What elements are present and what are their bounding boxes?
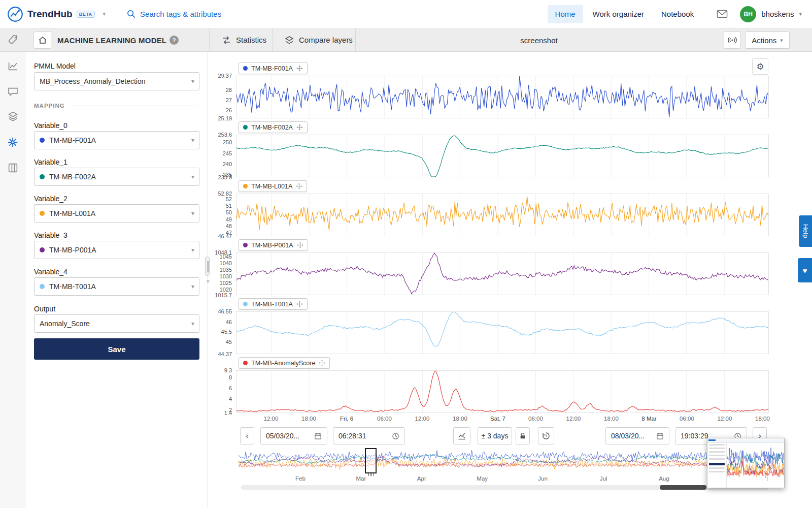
- view-toolbar: MACHINE LEARNING MODEL ? Statistics Comp…: [0, 28, 812, 52]
- tag-chip[interactable]: TM-MB-AnomalyScore: [239, 357, 330, 369]
- tag-chip[interactable]: TM-MB-T001A: [239, 298, 308, 310]
- nav-work-organizer[interactable]: Work organizer: [585, 5, 652, 23]
- history-button[interactable]: [538, 427, 554, 444]
- user-menu-caret-icon[interactable]: ▾: [799, 11, 802, 17]
- series-color-dot: [243, 184, 248, 188]
- nav-notebook[interactable]: Notebook: [654, 5, 701, 23]
- variable-4-select[interactable]: TM-MB-T001A ▾: [34, 277, 199, 296]
- move-icon[interactable]: [296, 65, 303, 72]
- chevron-down-icon: ▾: [780, 37, 783, 44]
- pmml-model-select[interactable]: MB_Process_Anomaly_Detection ▾: [34, 72, 199, 90]
- chart-tools-button[interactable]: [453, 427, 470, 444]
- plot-area[interactable]: [236, 252, 769, 295]
- y-tick-label: 4: [229, 396, 232, 402]
- search-input[interactable]: Search tags & attributes: [127, 10, 221, 18]
- broadcast-icon: [727, 35, 737, 45]
- trends-rail-button[interactable]: [7, 60, 18, 72]
- layers-rail-button[interactable]: [7, 110, 18, 121]
- tag-chip[interactable]: TM-MB-F001A: [239, 62, 308, 74]
- x-tick-label: 18:00: [301, 416, 316, 422]
- chevron-down-icon[interactable]: ▾: [103, 11, 106, 17]
- compare-layers-button[interactable]: Compare layers: [276, 28, 361, 51]
- plot-area[interactable]: [236, 311, 769, 354]
- move-icon[interactable]: [297, 242, 303, 248]
- context-month-axis: FebMarAprMayJunJulAug: [209, 475, 769, 483]
- y-tick-label: 28: [226, 87, 232, 93]
- variable-0-select[interactable]: TM-MB-F001A ▾: [34, 131, 199, 149]
- context-selection-window[interactable]: [365, 448, 377, 473]
- toolbar-divider: [209, 28, 210, 51]
- chevron-down-icon: ▾: [191, 246, 194, 253]
- variable-3-select[interactable]: TM-MB-P001A ▾: [34, 241, 199, 259]
- mail-button[interactable]: [717, 10, 728, 18]
- chart-row-f001a: TM-MB-F001A 29.3728272625.19: [209, 62, 769, 121]
- step-back-button[interactable]: ‹: [240, 427, 254, 444]
- time-range-button[interactable]: ± 3 days: [478, 427, 512, 444]
- help-tab[interactable]: Help: [799, 215, 812, 247]
- clock-icon: [392, 432, 399, 440]
- x-tick-label: 06:00: [680, 416, 694, 422]
- end-date-field[interactable]: 08/03/20...: [605, 427, 669, 444]
- variable-2-select[interactable]: TM-MB-L001A ▾: [34, 204, 199, 223]
- y-tick-label: 46: [226, 319, 232, 325]
- tag-chip[interactable]: TM-MB-F002A: [239, 121, 308, 133]
- chart-row-p001a: TM-MB-P001A 1048.11045104010351030102510…: [209, 239, 769, 298]
- output-label: Output: [34, 305, 55, 313]
- variable-1-select[interactable]: TM-MB-F002A ▾: [34, 168, 199, 186]
- plot-area[interactable]: [236, 135, 769, 177]
- nav-home[interactable]: Home: [548, 5, 583, 23]
- panel-resize-handle[interactable]: [205, 257, 210, 276]
- move-icon[interactable]: [296, 183, 302, 189]
- move-icon[interactable]: [296, 301, 303, 307]
- x-tick-label: 18:00: [755, 416, 770, 422]
- y-axis: 46.554645.54544.37: [209, 311, 234, 354]
- tag-icon[interactable]: [8, 35, 18, 47]
- x-tick-label: Fri, 6: [340, 416, 353, 422]
- y-tick-label: 29.37: [218, 73, 232, 79]
- y-tick-label: 45.5: [221, 329, 232, 335]
- move-icon[interactable]: [296, 124, 303, 131]
- live-mode-button[interactable]: [724, 31, 741, 49]
- statistics-button[interactable]: Statistics: [213, 28, 275, 51]
- tag-chip[interactable]: TM-MB-P001A: [239, 239, 308, 251]
- plot-area[interactable]: [236, 76, 769, 118]
- actions-button[interactable]: Actions ▾: [745, 31, 790, 49]
- plot-area[interactable]: [236, 370, 769, 413]
- context-overview-strip[interactable]: [239, 449, 769, 472]
- trendhub-logo-icon: [7, 6, 23, 22]
- move-icon[interactable]: [319, 360, 325, 366]
- output-select[interactable]: Anomaly_Score ▾: [34, 314, 199, 333]
- y-tick-label: 245: [223, 150, 232, 156]
- plot-area[interactable]: [236, 194, 769, 236]
- dashboard-rail-button[interactable]: [7, 162, 18, 173]
- comments-rail-button[interactable]: [7, 86, 18, 97]
- username[interactable]: bhoskens: [761, 10, 794, 18]
- trend-chart-icon: [8, 61, 18, 72]
- search-placeholder: Search tags & attributes: [140, 10, 221, 18]
- save-button[interactable]: Save: [34, 338, 199, 360]
- top-nav: Home Work organizer Notebook: [548, 5, 702, 23]
- start-time-field[interactable]: 06:28:31: [333, 427, 405, 444]
- pmml-model-label: PMML Model: [34, 62, 76, 70]
- series-color-dot: [40, 284, 45, 289]
- scrollbar-thumb[interactable]: [660, 485, 706, 490]
- horizontal-scrollbar[interactable]: [241, 485, 769, 490]
- home-button[interactable]: [33, 31, 51, 49]
- ml-hub-rail-button-active[interactable]: [7, 137, 18, 148]
- variable-3-label: Variable_3: [34, 231, 67, 239]
- avatar[interactable]: BH: [740, 6, 756, 22]
- chart-row-l001a: TM-MB-L001A 52.8252515049484746.47: [209, 180, 769, 239]
- y-tick-label: 52: [226, 196, 232, 202]
- y-tick-label: 25.19: [218, 115, 232, 121]
- y-tick-label: 1040: [220, 260, 232, 266]
- lock-range-button[interactable]: [516, 427, 530, 444]
- feedback-heart-button[interactable]: ♥: [798, 258, 812, 282]
- trendhub-logo[interactable]: TrendHub BETA ▾: [0, 6, 106, 22]
- panel-collapse-button[interactable]: ✕: [205, 278, 211, 284]
- start-date-field[interactable]: 05/03/20...: [260, 427, 327, 444]
- tag-chip[interactable]: TM-MB-L001A: [239, 180, 307, 192]
- tag-label: TM-MB-F001A: [251, 65, 293, 72]
- screenshot-preview-thumbnail[interactable]: [707, 438, 785, 488]
- title-help-button[interactable]: ?: [170, 36, 179, 45]
- y-axis: 9.386421.4: [209, 370, 234, 413]
